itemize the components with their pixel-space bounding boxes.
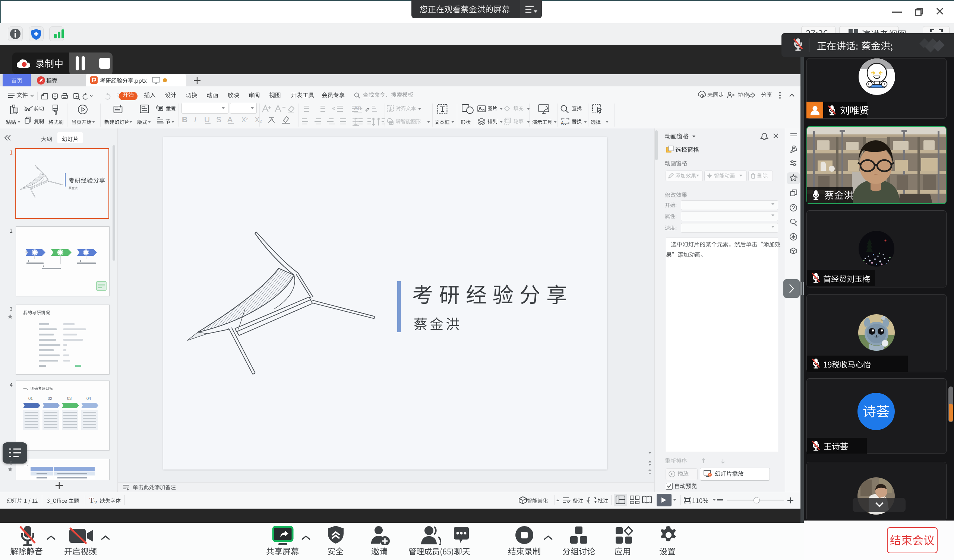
svg-text:03: 03: [67, 396, 72, 401]
svg-text:X₂: X₂: [255, 116, 262, 124]
svg-text:U: U: [204, 115, 210, 124]
svg-text:T: T: [89, 496, 94, 504]
svg-text:AB: AB: [354, 105, 362, 111]
svg-text:X²: X²: [242, 116, 248, 124]
svg-text:B: B: [182, 115, 187, 124]
svg-text:02: 02: [48, 396, 52, 401]
svg-text:01: 01: [28, 396, 33, 401]
svg-text:I: I: [194, 115, 196, 124]
svg-text:A: A: [561, 121, 564, 126]
svg-text:S: S: [216, 115, 221, 124]
svg-text:A: A: [227, 115, 232, 124]
svg-text:?: ?: [94, 500, 97, 505]
svg-text:04: 04: [86, 396, 91, 401]
